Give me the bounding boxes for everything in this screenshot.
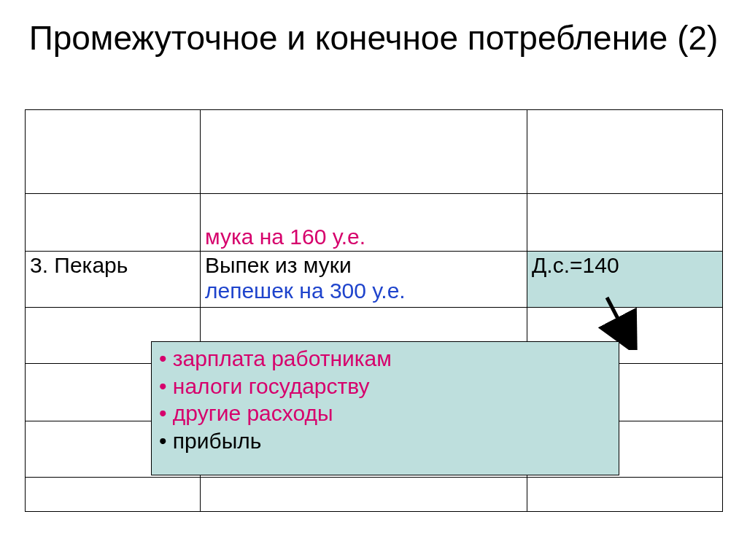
muka-text: мука на 160 у.е. [205,225,365,249]
list-item: налоги государству [159,373,611,400]
callout-list: зарплата работникам налоги государству д… [159,345,611,454]
cell-r2c1 [26,194,201,252]
pekar-label: 3. Пекарь [30,253,128,277]
table-row [26,110,723,194]
list-item: другие расходы [159,400,611,427]
list-item: прибыль [159,427,611,455]
cell-r7c2 [201,478,527,512]
baked-from-label: Выпек из муки [205,253,352,277]
table-row: 3. Пекарь Выпек из муки лепешек на 300 у… [26,252,723,308]
callout-box: зарплата работникам налоги государству д… [151,341,619,475]
cell-r2c3 [527,194,723,252]
cell-r2c2: мука на 160 у.е. [201,194,527,252]
slide: Промежуточное и конечное потребление (2)… [0,0,747,560]
cell-r3c1: 3. Пекарь [26,252,201,308]
cell-r1c2 [201,110,527,194]
cell-r1c3 [527,110,723,194]
lepeshek-label: лепешек на 300 у.е. [205,279,406,303]
cell-r3c2: Выпек из муки лепешек на 300 у.е. [201,252,527,308]
slide-title: Промежуточное и конечное потребление (2) [0,0,747,58]
list-item: зарплата работникам [159,345,611,373]
ds-value: Д.с.=140 [532,253,619,277]
cell-r1c1 [26,110,201,194]
cell-r7c1 [26,478,201,512]
table-row: мука на 160 у.е. [26,194,723,252]
cell-r7c3 [527,478,723,512]
cell-r3c3-ds: Д.с.=140 [527,252,723,308]
table-row [26,478,723,512]
